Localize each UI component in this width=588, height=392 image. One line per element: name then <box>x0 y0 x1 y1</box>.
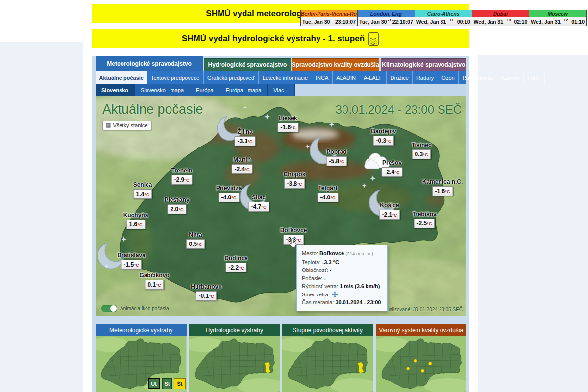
station-nitra[interactable]: Nitra0.5°C <box>186 231 205 249</box>
region-tab-viac-[interactable]: Viac... <box>268 84 294 96</box>
station-name: Prešov <box>382 159 403 166</box>
clock-time: 02:10 <box>514 19 527 24</box>
station-dudince[interactable]: Dudince-2.2°C <box>224 255 247 272</box>
region-tab-bar: SlovenskoSlovensko - mapaEurópaEurópa - … <box>96 84 466 96</box>
mini-slovakia-map[interactable] <box>282 336 373 392</box>
main-tab-klimatologick-spravodajstvo[interactable]: Klimatologické spravodajstvo <box>381 58 466 71</box>
sub-tab-aktu-lne-po-asie[interactable]: Aktuálne počasie <box>96 71 147 84</box>
station-bratislava[interactable]: Bratislava-1.5°C <box>117 252 145 270</box>
station-temperature: -1.5°C <box>121 260 142 270</box>
last-updated-text: Aktualizované: 30.01.2024 23:05 SEČ <box>380 307 463 312</box>
station-martin[interactable]: Martin-2.4°C <box>232 156 253 174</box>
world-clock-time: Tue, Jan 3023:10:07 <box>301 17 357 26</box>
region-tab-eur-pa-mapa[interactable]: Európa - mapa <box>220 84 268 96</box>
station-tisinec[interactable]: Tisinec0.3°C <box>411 142 431 159</box>
world-clock: Cairo-AthensWed, Jan 31+100:10 <box>415 10 472 26</box>
sub-tab-oz-n[interactable]: Ozón <box>438 71 459 84</box>
panel-header[interactable]: Varovný systém kvality ovzdušia <box>376 324 467 336</box>
station-kamenica-n-c-[interactable]: Kamenica n.C.-1.6°C <box>422 178 463 196</box>
sub-tab-radary[interactable]: Radary <box>413 71 438 84</box>
panel-header[interactable]: Meteorologické výstrahy <box>96 324 187 336</box>
main-tab-hydrologick-spravodajstvo[interactable]: Hydrologické spravodajstvo <box>204 58 290 71</box>
day-button-st[interactable]: St <box>162 378 172 389</box>
tooltip-row: Smer vetra: <box>302 291 382 299</box>
cursor-icon <box>289 238 297 248</box>
main-tab-spravodajstvo-kvality-ovzdu-ia[interactable]: Spravodajstvo kvality ovzdušia <box>292 58 379 71</box>
station-bardejov[interactable]: Bardejov-0.3°C <box>371 128 396 146</box>
day-button-št[interactable]: Št <box>174 378 186 389</box>
all-stations-button[interactable]: ▦ Všetky stanice <box>102 121 151 130</box>
star-icon <box>243 105 247 110</box>
sub-tab-textov-predpovede[interactable]: Textové predpovede <box>147 71 203 84</box>
station-senica[interactable]: Senica1.4°C <box>133 181 152 199</box>
hydro-alert-text: SHMÚ vydal hydrologické výstrahy - 1. st… <box>182 34 365 44</box>
station-temperature: -5.8°C <box>326 156 347 166</box>
current-weather-map[interactable]: Aktuálne počasie 30.01.2024 - 23:00 SEČ … <box>96 96 466 316</box>
world-clock-city: Cairo-Athens <box>415 10 472 17</box>
tooltip-row: Mesto: Boľkovce (214 m n. m.) <box>302 249 382 258</box>
clock-date: Tue, Jan 30 <box>359 19 387 24</box>
mini-slovakia-map[interactable] <box>376 336 467 392</box>
station-liesek[interactable]: Liesek-1.6°C <box>278 115 299 132</box>
station-poprad[interactable]: Poprad-5.8°C <box>326 148 347 166</box>
station-trebi-ov[interactable]: Trebišov-2.5°C <box>412 211 436 228</box>
station-temperature: -2.9°C <box>172 175 193 185</box>
animation-toggle[interactable] <box>101 305 117 312</box>
station-ko-ice[interactable]: Košice-2.1°C <box>379 202 400 220</box>
station-gab-kovo[interactable]: Gabčíkovo0.1°C <box>139 272 169 290</box>
tooltip-label: Rýchlosť vetra: <box>302 283 338 289</box>
world-clock: MoscowWed, Jan 31+201:10 <box>529 10 587 26</box>
station-pre-ov[interactable]: Prešov-2.4°C <box>382 159 403 177</box>
station-name: Trebišov <box>412 211 436 218</box>
station-pie-any[interactable]: Piešťany2.0°C <box>164 196 189 214</box>
star-icon <box>362 183 367 188</box>
station-kuchy-a[interactable]: Kuchyňa1.6°C <box>123 212 148 229</box>
sub-tab-leteck-inform-cie[interactable]: Letecké informácie <box>259 71 312 84</box>
station-temperature: 2.0°C <box>168 204 187 214</box>
station-tooltip: Mesto: Boľkovce (214 m n. m.)Teplota: -3… <box>296 245 388 311</box>
station-telg-rt[interactable]: Telgárt-4.0°C <box>318 185 339 202</box>
region-tab-slovensko-mapa[interactable]: Slovensko - mapa <box>135 84 190 96</box>
panel-header[interactable]: Hydrologické výstrahy <box>189 324 280 336</box>
clock-utc-offset: +3 <box>503 18 514 22</box>
clock-time: 01:10 <box>571 19 585 24</box>
panel-hydrologick-v-strahy: Hydrologické výstrahy <box>189 324 280 392</box>
sub-tab-inca[interactable]: INCA <box>312 71 333 84</box>
station-temperature: 0.5°C <box>186 239 205 249</box>
panel-stupne-povod-ovej-aktivity: Stupne povodňovej aktivity <box>282 324 373 392</box>
main-tab-meteorologick-spravodajstvo[interactable]: Meteorologické spravodajstvo <box>96 56 203 71</box>
day-button-ut[interactable]: Ut <box>148 378 160 389</box>
clock-time: 00:10 <box>457 19 470 24</box>
station-temperature: -4.7°C <box>248 202 270 212</box>
station-name: Trenčín <box>172 167 193 174</box>
station-tren-n[interactable]: Trenčín-2.9°C <box>172 167 193 185</box>
station-name: Tisinec <box>411 142 431 148</box>
station-name: Senica <box>133 181 152 188</box>
mini-slovakia-map[interactable] <box>189 336 280 392</box>
station-slia-[interactable]: Sliač-4.7°C <box>248 194 270 212</box>
region-tab-eur-pa[interactable]: Európa <box>190 84 220 96</box>
station-temperature: -2.4°C <box>232 164 253 174</box>
tooltip-value: Boľkovce <box>319 250 344 256</box>
hydro-alert-banner[interactable]: SHMÚ vydal hydrologické výstrahy - 1. st… <box>92 29 469 48</box>
sub-tab-fotky[interactable]: Fotky <box>524 71 545 84</box>
mini-slovakia-map[interactable] <box>96 336 187 392</box>
tooltip-extra: (214 m n. m.) <box>345 251 373 256</box>
clock-date: Wed, Jan 31 <box>416 19 446 24</box>
tooltip-value: 30.01.2024 - 23:00 <box>335 299 381 305</box>
sub-tab-a-laef[interactable]: A-LAEF <box>360 71 387 84</box>
sub-tab-kamery[interactable]: Kamery <box>497 71 524 84</box>
station-hurbanovo[interactable]: Hurbanovo-0.1°C <box>191 283 221 301</box>
map-title: Aktuálne počasie <box>102 102 203 117</box>
station-prievidza[interactable]: Prievidza-4.0°C <box>216 185 242 202</box>
panel-header[interactable]: Stupne povodňovej aktivity <box>282 324 373 336</box>
star-icon <box>104 264 109 269</box>
sub-tab-r-dioaktivita[interactable]: Rádioaktivita <box>459 71 497 84</box>
sub-tab-dru-ice[interactable]: Družice <box>387 71 413 84</box>
station-temperature: -3.8°C <box>284 179 305 189</box>
region-tab-slovensko[interactable]: Slovensko <box>96 84 135 96</box>
station-chopok[interactable]: Chopok-3.8°C <box>284 171 306 189</box>
sub-tab-grafick-predpove-[interactable]: Grafická predpoveď <box>204 71 259 84</box>
station--ilina[interactable]: Žilina-3.3°C <box>235 128 256 146</box>
sub-tab-aladin[interactable]: ALADIN <box>333 71 360 84</box>
